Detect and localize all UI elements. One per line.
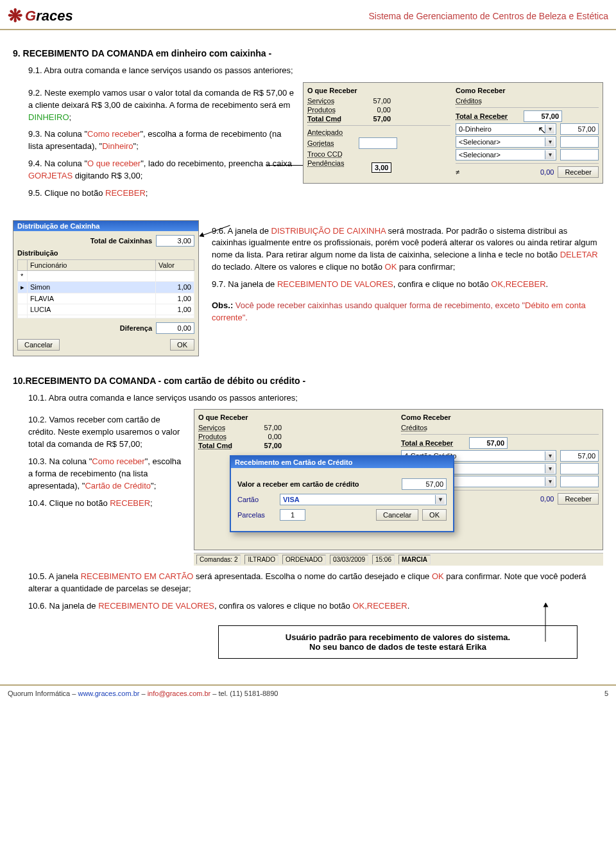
section9-heading: 9. RECEBIMENTO DA COMANDA em dinheiro co…	[13, 48, 603, 58]
logo-text: Graces	[25, 8, 73, 24]
table-row: FLAVIA1,00	[18, 293, 194, 304]
dist-title: Distribuição de Caixinha	[13, 221, 198, 231]
txt: Abra outra comanda e lance serviços usan…	[44, 65, 293, 75]
dist-cancel-button[interactable]: Cancelar	[17, 339, 60, 351]
item-9-4: 9.4. Na coluna "O que receber", lado do …	[28, 158, 295, 182]
item-9-1: 9.1. Abra outra comanda e lance serviços…	[28, 65, 603, 77]
item-9-7: 9.7. Na janela de RECEBIMENTO DE VALORES…	[212, 279, 603, 291]
table-row: ▸Simon1,00	[18, 281, 194, 293]
cc-valor-field[interactable]: 57,00	[402, 478, 447, 490]
dist-ok-button[interactable]: OK	[170, 339, 194, 351]
item-10-6: 10.6. Na janela de RECEBIMENTO DE VALORE…	[28, 600, 603, 613]
footer-link-site[interactable]: www.graces.com.br	[78, 690, 139, 697]
cc-parcelas-field[interactable]: 1	[280, 509, 305, 521]
receber-button-2[interactable]: Receber	[558, 493, 599, 505]
item-10-2: 10.2. Vamos receber com cartão de crédit…	[28, 414, 186, 451]
dist-table[interactable]: FuncionárioValor * ▸Simon1,00 FLAVIA1,00…	[17, 259, 194, 318]
arrow-icon	[545, 603, 546, 641]
idx: 9.1.	[28, 65, 42, 75]
table-row: LUCIA1,00	[18, 304, 194, 315]
cc-ok-button[interactable]: OK	[422, 509, 447, 521]
note-box: Usuário padrão para recebimento de valor…	[218, 625, 578, 659]
gorjetas-tooltip: 3,00	[372, 162, 391, 173]
logo-icon: ❋	[8, 5, 22, 26]
forma3-select[interactable]: <Selecionar>	[456, 149, 556, 161]
forma2-select[interactable]: <Selecionar>	[456, 136, 556, 148]
item-9-6: 9.6. A janela de DISTRIBUIÇÃO DE CAIXINH…	[212, 225, 603, 274]
col-o-que-receber: O que Receber	[307, 87, 450, 94]
footer-link-email[interactable]: info@graces.com.br	[148, 690, 211, 697]
page-header: ❋ Graces Sistema de Gerenciamento de Cen…	[0, 0, 616, 30]
cc-dialog-title: Recebimento em Cartão de Crédito	[231, 456, 453, 468]
item-10-5: 10.5. A janela RECEBIMENTO EM CARTÃO ser…	[28, 571, 603, 595]
total-receber-field: 57,00	[524, 110, 562, 122]
cursor-icon: ↖	[538, 124, 546, 136]
item-9-3: 9.3. Na coluna "Como receber", escolha a…	[28, 128, 295, 153]
cc-dialog: Recebimento em Cartão de Crédito Valor a…	[230, 455, 454, 532]
item-10-4: 10.4. Clique no botão RECEBER;	[28, 498, 186, 510]
distribuicao-caixinha-panel: Distribuição de Caixinha Total de Caixin…	[13, 220, 199, 356]
item-10-3: 10.3. Na coluna "Como receber", escolha …	[28, 456, 186, 492]
item-10-1: 10.1. Abra outra comanda e lance serviço…	[28, 392, 603, 404]
obs: Obs.: Você pode receber caixinhas usando…	[212, 300, 603, 324]
gorjetas-input[interactable]	[359, 137, 397, 149]
receber-button[interactable]: Receber	[558, 166, 599, 178]
page-body: 9. RECEBIMENTO DA COMANDA em dinheiro co…	[0, 30, 616, 684]
page-number: 5	[604, 690, 608, 697]
col-como-receber: Como Receber	[456, 87, 599, 94]
cc-cartao-select[interactable]: VISA	[280, 494, 447, 505]
page-footer: Quorum Informática – www.graces.com.br –…	[0, 684, 616, 701]
status-bar: Comandas: 2 ILTRADO ORDENADO 03/03/2009 …	[194, 553, 603, 566]
forma-valor[interactable]: 57,00	[560, 123, 599, 135]
header-title: Sistema de Gerenciamento de Centros de B…	[368, 11, 608, 21]
section10-heading: 10.RECEBIMENTO DA COMANDA - com cartão d…	[13, 376, 603, 386]
cc-cancel-button[interactable]: Cancelar	[376, 509, 418, 521]
receiver-panel: O que Receber Serviços57,00 Produtos0,00…	[303, 82, 603, 184]
item-9-5: 9.5. Clique no botão RECEBER;	[28, 187, 295, 200]
logo: ❋ Graces	[8, 5, 73, 26]
item-9-2: 9.2. Neste exemplo vamos usar o valor to…	[28, 87, 295, 124]
